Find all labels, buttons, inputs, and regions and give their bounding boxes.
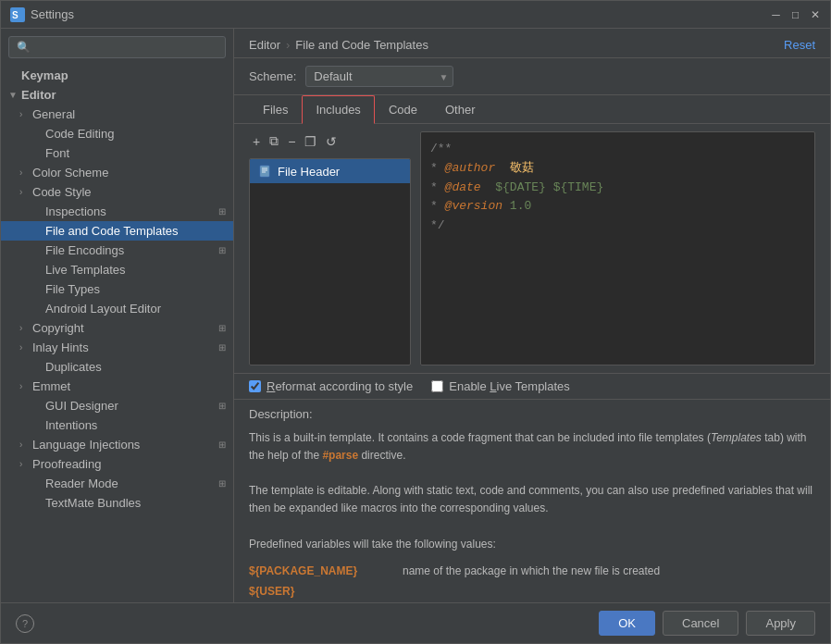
sidebar-item-emmet[interactable]: › Emmet [1,377,233,396]
textmate-bundles-label: TextMate Bundles [45,496,141,510]
close-button[interactable]: ✕ [809,8,821,20]
code-comment-star-2: * [430,180,445,194]
cancel-button[interactable]: Cancel [663,611,738,636]
window-controls: ─ □ ✕ [770,8,821,20]
android-layout-editor-label: Android Layout Editor [45,302,161,316]
minimize-button[interactable]: ─ [770,8,782,20]
general-arrow: › [19,109,29,119]
reformat-option[interactable]: Reformat according to style [249,379,413,393]
help-button[interactable]: ? [16,614,34,633]
breadcrumb-parent: Editor [249,38,280,52]
copy-template-button[interactable]: ⧉ [266,131,282,151]
file-code-templates-label: File and Code Templates [45,224,179,238]
code-line-3: * @date ${DATE} ${TIME} [430,179,805,198]
window-title: Settings [31,7,74,21]
sidebar-item-font[interactable]: Font [1,143,233,163]
keymap-label: Keymap [21,68,68,82]
sidebar-item-file-encodings[interactable]: File Encodings ⊞ [1,241,233,260]
sidebar-item-inlay-hints[interactable]: › Inlay Hints ⊞ [1,338,233,357]
sidebar-item-editor[interactable]: ▼ Editor [1,85,233,105]
live-templates-label: Enable Live Templates [449,379,570,393]
reset-button[interactable]: Reset [784,38,815,52]
sidebar: Keymap ▼ Editor › General Code Editing F… [1,29,234,602]
sidebar-item-code-style[interactable]: › Code Style [1,182,233,202]
live-templates-option[interactable]: Enable Live Templates [431,379,570,393]
sidebar-item-color-scheme[interactable]: › Color Scheme [1,163,233,182]
code-editing-label: Code Editing [45,127,114,141]
sidebar-item-reader-mode[interactable]: Reader Mode ⊞ [1,474,233,493]
sidebar-item-keymap[interactable]: Keymap [1,66,233,85]
breadcrumb: Editor › File and Code Templates [249,38,428,52]
code-date-tag: @date [445,180,481,194]
sidebar-item-general[interactable]: › General [1,105,233,124]
maximize-button[interactable]: □ [789,8,801,20]
sidebar-item-textmate-bundles[interactable]: TextMate Bundles [1,493,233,513]
search-input[interactable] [8,36,226,58]
sidebar-item-language-injections[interactable]: › Language Injections ⊞ [1,435,233,454]
code-line-2: * @author 敬菇 [430,159,805,179]
sidebar-item-file-types[interactable]: File Types [1,279,233,299]
inspections-badge: ⊞ [218,206,226,217]
sidebar-item-code-editing[interactable]: Code Editing [1,124,233,143]
emmet-label: Emmet [32,379,70,393]
breadcrumb-current: File and Code Templates [295,38,428,52]
sidebar-item-duplicates[interactable]: Duplicates [1,357,233,377]
sidebar-item-proofreading[interactable]: › Proofreading [1,454,233,474]
sidebar-item-copyright[interactable]: › Copyright ⊞ [1,318,233,338]
scheme-label: Scheme: [249,69,296,83]
footer-buttons: OK Cancel Apply [599,611,815,636]
template-item-file-header[interactable]: File Header [250,159,410,183]
code-author-value: 敬菇 [510,161,534,175]
reformat-label: Reformat according to style [267,379,413,393]
sidebar-item-inspections[interactable]: Inspections ⊞ [1,202,233,221]
remove-template-button[interactable]: − [284,131,299,151]
tab-other[interactable]: Other [431,95,490,124]
template-list: + ⧉ − ❐ ↺ [249,131,411,365]
cs-arrow: › [19,167,29,178]
sidebar-item-android-layout-editor[interactable]: Android Layout Editor [1,299,233,318]
code-line-5: */ [430,217,805,236]
breadcrumb-separator: › [286,38,290,52]
li-arrow: › [19,440,29,450]
live-templates-checkbox[interactable] [431,380,443,392]
file-header-icon [257,164,272,179]
var-row-package: ${PACKAGE_NAME} name of the package in w… [249,561,815,581]
sidebar-item-gui-designer[interactable]: GUI Designer ⊞ [1,396,233,415]
apply-button[interactable]: Apply [746,611,815,636]
code-editor[interactable]: /** * @author 敬菇 * @date ${DATE} ${TIME}… [420,131,815,365]
code-space2 [481,180,496,194]
title-bar-left: S Settings [10,7,74,22]
tab-files[interactable]: Files [249,95,302,124]
file-encodings-badge: ⊞ [218,245,226,255]
var-row-user: ${USER} [249,581,815,601]
add-template-button[interactable]: + [249,131,264,151]
sidebar-item-intentions[interactable]: Intentions [1,415,233,435]
rm-badge: ⊞ [218,478,226,489]
proof-arrow: › [19,459,29,469]
description-area: Description: This is a built-in template… [234,399,830,602]
code-space3 [502,199,510,213]
tab-includes[interactable]: Includes [302,95,374,124]
var-package-desc: name of the package in which the new fil… [403,563,660,579]
tab-code[interactable]: Code [375,95,431,124]
var-package-name: ${PACKAGE_NAME} [249,563,388,579]
font-label: Font [45,146,69,160]
code-version-value: 1.0 [510,199,531,213]
copyright-badge: ⊞ [218,323,226,333]
clone-template-button[interactable]: ❐ [301,131,320,151]
emmet-arrow: › [19,381,29,391]
code-style-label: Code Style [32,185,92,199]
sidebar-item-file-code-templates[interactable]: File and Code Templates [1,221,233,241]
proofreading-label: Proofreading [32,457,101,471]
svg-rect-2 [260,166,269,177]
reformat-checkbox[interactable] [249,380,261,392]
sidebar-item-live-templates[interactable]: Live Templates [1,260,233,279]
sidebar-tree: Keymap ▼ Editor › General Code Editing F… [1,66,233,602]
code-date-value: ${DATE} ${TIME} [495,180,603,194]
revert-template-button[interactable]: ↺ [322,131,341,151]
ok-button[interactable]: OK [599,611,655,636]
scheme-select[interactable]: Default Project [305,66,453,87]
code-comment-star-1: * [430,161,445,175]
ih-arrow: › [19,342,29,353]
template-toolbar: + ⧉ − ❐ ↺ [249,131,411,151]
